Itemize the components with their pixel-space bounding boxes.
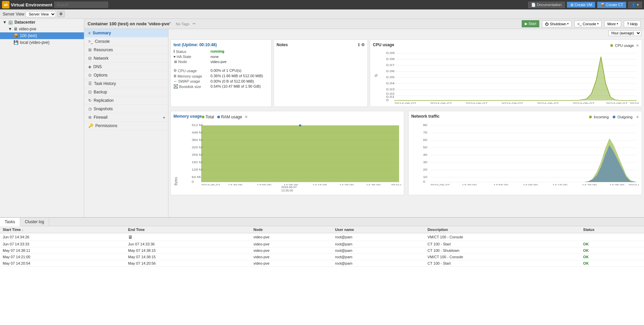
more-button[interactable]: More ▾ (604, 21, 621, 27)
node-icon: 🖥 (13, 27, 18, 31)
status-label: ℹ Status (173, 49, 211, 54)
nav-item-summary[interactable]: ≡ Summary (84, 29, 168, 37)
nav-item-resources[interactable]: ⊞ Resources (84, 46, 168, 54)
network-chart-close[interactable]: ✕ (636, 115, 639, 119)
nav-item-network[interactable]: ⊟ Network (84, 54, 168, 63)
nav-label-dns: DNS (93, 64, 102, 69)
cpu-chart-panel: CPU usage CPU usage ✕ 0.09 0.08 (370, 39, 642, 107)
boot-row: 💽 Bootdisk size 0.54% (10.47 MiB of 1.90… (173, 84, 268, 89)
search-input[interactable] (54, 2, 108, 8)
table-row[interactable]: May 07 14:21:00 May 07 14:38:15 video-pv… (0, 254, 644, 260)
tab-tasks[interactable]: Tasks (0, 218, 20, 226)
server-view-dropdown[interactable]: Server View (26, 11, 56, 17)
svg-text:2024-06-07: 2024-06-07 (465, 102, 487, 104)
nav-item-options[interactable]: ⊙ Options (84, 71, 168, 80)
nav-item-permissions[interactable]: 🔑 Permissions (84, 122, 168, 130)
col-start-time[interactable]: Start Time ↓ (0, 226, 125, 233)
nav-item-replication[interactable]: ↻ Replication (84, 96, 168, 105)
svg-text:384 Mi: 384 Mi (192, 138, 203, 142)
svg-text:256 Mi: 256 Mi (192, 153, 203, 156)
memory-y-axis-label: Bytes (173, 121, 179, 185)
nav-item-console[interactable]: >_ Console (84, 37, 168, 46)
cpu-chart-header: CPU usage CPU usage ✕ (373, 42, 639, 49)
snapshots-icon: ◷ (88, 107, 92, 111)
svg-text:0.08: 0.08 (386, 57, 395, 61)
svg-text:0: 0 (423, 180, 425, 183)
status-cell (580, 233, 644, 241)
nav-menu: ≡ Summary >_ Console ⊞ Resources ⊟ Netwo… (84, 29, 168, 217)
node-summary-value: video-pve (211, 60, 227, 64)
edit-tags-icon[interactable]: ✏ (193, 22, 196, 26)
nav-item-backup[interactable]: ⊡ Backup (84, 88, 168, 96)
col-user[interactable]: User name (332, 226, 425, 233)
create-vm-button[interactable]: 🖥 Create VM (567, 2, 595, 8)
user-button[interactable]: 👤 ▾ (628, 2, 642, 8)
dns-icon: ◈ (88, 64, 91, 69)
time-period-selector[interactable]: Hour (average) (608, 30, 641, 36)
nav-item-firewall[interactable]: ⊛ Firewall (84, 113, 168, 122)
svg-text:0.07: 0.07 (386, 63, 395, 67)
shutdown-button[interactable]: ⏻ Shutdown ▾ (542, 21, 572, 27)
content-area: Hour (average) test (Uptime: 00:10:48) ℹ… (168, 29, 644, 217)
info-icon: ℹ (173, 49, 175, 54)
create-ct-button[interactable]: 📦 Create CT (597, 2, 626, 8)
svg-text:14:25:00: 14:25:00 (582, 183, 597, 185)
svg-text:30: 30 (423, 160, 427, 164)
options-icon: ⊙ (88, 73, 92, 78)
col-node[interactable]: Node (251, 226, 332, 233)
svg-text:2024-0: 2024-0 (630, 102, 639, 104)
start-time-cell: Jun 07 14:34:26 (0, 233, 125, 241)
tab-cluster-log[interactable]: Cluster log (20, 218, 49, 226)
col-desc[interactable]: Description (425, 226, 580, 233)
topbar: alt Virtual Environment 📄 Documentation … (0, 0, 644, 9)
col-status[interactable]: Status (580, 226, 644, 233)
help-button[interactable]: ? Help (624, 21, 641, 27)
nav-item-dns[interactable]: ◈ DNS (84, 63, 168, 71)
documentation-button[interactable]: 📄 Documentation (528, 2, 565, 8)
storage-icon: 💾 (13, 40, 19, 45)
start-time-cell: May 07 14:21:00 (0, 254, 125, 260)
edit-notes-icon[interactable]: ⚙ (361, 42, 365, 47)
nav-label-console: Console (95, 39, 110, 44)
user-cell: root@pam (332, 233, 425, 241)
bottom-charts-row: Memory usage Total RAM usage ✕ Bytes (168, 109, 644, 197)
svg-text:13:55:00: 13:55:00 (493, 183, 508, 185)
storage-label: local (video-pve) (20, 40, 50, 45)
sidebar-item-node[interactable]: ▼ 🖥 video-pve (0, 26, 84, 32)
network-icon: ⊟ (88, 56, 92, 61)
memory-chart-title: Memory usage (173, 114, 202, 119)
table-row[interactable]: Jun 07 14:33:33 Jun 07 14:33:36 video-pv… (0, 241, 644, 247)
start-time-cell: May 07 14:20:54 (0, 260, 125, 267)
swap-row: ↔ SWAP usage 0.00% (0 B of 512.00 MiB) (173, 79, 268, 83)
cpu-chart-close[interactable]: ✕ (636, 43, 639, 48)
mem-total-legend-dot (202, 116, 204, 118)
sidebar-item-ct[interactable]: 📦 100 (test) (0, 32, 84, 39)
secondbar: Server View Server View ⚙ (0, 9, 644, 19)
svg-text:0: 0 (386, 98, 389, 102)
start-button[interactable]: ▶ Start (522, 20, 539, 27)
notes-panel: Notes ℹ ⚙ (273, 39, 368, 107)
cpu-chart-svg: 0.09 0.08 0.07 0.06 0.05 0.04 0.03 0.02 … (373, 50, 639, 104)
console-button[interactable]: >_ Console ▾ (574, 21, 602, 27)
nav-label-task-history: Task History (94, 81, 116, 86)
tags-label: No Tags (176, 22, 189, 26)
summary-panel: test (Uptime: 00:10:48) ℹ Status running… (170, 39, 271, 107)
network-chart-content: 80 70 60 50 40 30 20 10 0 (411, 121, 639, 185)
memory-chart-close[interactable]: ✕ (245, 115, 248, 119)
table-row[interactable]: May 07 14:20:54 May 07 14:20:56 video-pv… (0, 260, 644, 267)
nav-item-snapshots[interactable]: ◷ Snapshots (84, 105, 168, 113)
sidebar-item-storage[interactable]: 💾 local (video-pve) (0, 39, 84, 46)
gear-button[interactable]: ⚙ (57, 11, 65, 17)
sidebar-item-datacenter[interactable]: ▼ 🏢 Datacenter (0, 19, 84, 26)
info-notes-icon[interactable]: ℹ (358, 42, 360, 47)
user-cell: root@pam (332, 254, 425, 260)
notes-icons: ℹ ⚙ (358, 42, 365, 47)
table-row[interactable]: May 07 14:38:11 May 07 14:38:15 video-pv… (0, 247, 644, 254)
col-end-time[interactable]: End Time (125, 226, 251, 233)
svg-text:2024-0: 2024-0 (391, 183, 401, 185)
table-row[interactable]: Jun 07 14:34:26 🖥 video-pve root@pam VM/… (0, 233, 644, 241)
svg-text:14:15:00: 14:15:00 (552, 183, 567, 185)
desc-cell: CT 100 - Start (425, 241, 580, 247)
console-nav-icon: >_ (88, 39, 93, 44)
nav-item-task-history[interactable]: ☰ Task History (84, 80, 168, 88)
